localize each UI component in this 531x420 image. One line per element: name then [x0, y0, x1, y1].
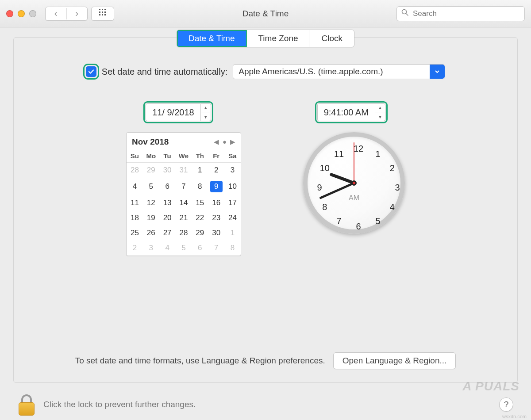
calendar-day[interactable]: 12	[143, 195, 159, 210]
calendar-day[interactable]: 3	[143, 241, 159, 256]
calendar-day[interactable]: 23	[208, 210, 224, 225]
calendar[interactable]: Nov 2018 ◀ ● ▶ SuMoTuWeThFrSa 2829303112…	[126, 132, 241, 256]
minimize-window-icon[interactable]	[18, 10, 25, 17]
lock-hint: Click the lock to prevent further change…	[43, 400, 196, 409]
calendar-day[interactable]: 25	[127, 225, 143, 241]
grid-icon	[99, 8, 107, 19]
calendar-day[interactable]: 31	[176, 163, 192, 178]
nav-back-forward[interactable]: ‹ ›	[45, 7, 88, 21]
stepper-down-icon[interactable]: ▼	[201, 112, 211, 121]
calendar-day[interactable]: 8	[224, 241, 241, 256]
svg-rect-5	[104, 11, 106, 13]
search-icon	[401, 9, 408, 18]
calendar-day[interactable]: 21	[176, 210, 192, 225]
clock-number: 3	[392, 183, 403, 193]
calendar-day[interactable]: 28	[127, 163, 143, 178]
clock-number: 7	[334, 216, 344, 226]
preferences-panel: Date & Time Time Zone Clock Set date and…	[13, 37, 518, 383]
date-field[interactable]: 11/ 9/2018 ▲ ▼	[146, 103, 211, 121]
chevron-down-icon[interactable]	[430, 65, 445, 79]
calendar-dow: Fr	[208, 149, 224, 163]
calendar-day[interactable]: 2	[127, 241, 143, 256]
calendar-day[interactable]: 13	[159, 195, 176, 210]
stepper-up-icon[interactable]: ▲	[201, 103, 211, 112]
tab-clock[interactable]: Clock	[310, 30, 354, 47]
stepper-down-icon[interactable]: ▼	[375, 112, 385, 121]
time-field[interactable]: 9:41:00 AM ▲ ▼	[317, 103, 385, 121]
time-server-value: Apple Americas/U.S. (time.apple.com.)	[239, 67, 383, 76]
calendar-day[interactable]: 18	[127, 210, 143, 225]
formats-hint: To set date and time formats, use Langua…	[75, 356, 325, 366]
tab-date-time[interactable]: Date & Time	[177, 30, 247, 47]
calendar-day[interactable]: 28	[176, 225, 192, 241]
calendar-day[interactable]: 10	[224, 178, 241, 195]
help-button[interactable]: ?	[499, 397, 513, 412]
calendar-dow: Mo	[143, 149, 159, 163]
calendar-grid: SuMoTuWeThFrSa 2829303112345678910111213…	[127, 149, 241, 256]
search-field[interactable]	[396, 6, 525, 21]
calendar-day[interactable]: 26	[143, 225, 159, 241]
date-stepper[interactable]: ▲ ▼	[200, 103, 211, 121]
calendar-day[interactable]: 7	[176, 178, 192, 195]
search-input[interactable]	[412, 9, 520, 19]
time-server-combo[interactable]: Apple Americas/U.S. (time.apple.com.)	[233, 64, 445, 79]
calendar-day[interactable]: 5	[143, 178, 159, 195]
calendar-day[interactable]: 11	[127, 195, 143, 210]
clock-number: 6	[353, 221, 364, 232]
calendar-prev-icon[interactable]: ◀	[214, 138, 219, 146]
clock-number: 12	[353, 144, 364, 154]
calendar-day[interactable]: 17	[224, 195, 241, 210]
calendar-day[interactable]: 19	[143, 210, 159, 225]
calendar-day[interactable]: 30	[159, 163, 176, 178]
calendar-day[interactable]: 4	[159, 241, 176, 256]
svg-rect-8	[104, 14, 106, 15]
window-controls	[6, 10, 36, 17]
calendar-day[interactable]: 7	[208, 241, 224, 256]
svg-rect-1	[102, 9, 103, 10]
calendar-day[interactable]: 29	[192, 225, 208, 241]
calendar-day[interactable]: 3	[224, 163, 241, 178]
calendar-day[interactable]: 14	[176, 195, 192, 210]
calendar-next-icon[interactable]: ▶	[230, 138, 235, 146]
svg-rect-2	[104, 9, 106, 10]
calendar-day[interactable]: 5	[176, 241, 192, 256]
clock-center-pin	[351, 180, 357, 186]
auto-set-checkbox[interactable]	[86, 66, 96, 77]
clock-number: 1	[373, 149, 383, 159]
clock-number: 11	[334, 149, 344, 159]
source-watermark: wsxdn.com	[502, 414, 527, 419]
tab-time-zone[interactable]: Time Zone	[246, 30, 310, 47]
calendar-day[interactable]: 30	[208, 225, 224, 241]
svg-rect-0	[99, 9, 100, 10]
calendar-day[interactable]: 1	[224, 225, 241, 241]
open-language-region-button[interactable]: Open Language & Region...	[333, 352, 456, 369]
calendar-dow: Tu	[159, 149, 176, 163]
time-stepper[interactable]: ▲ ▼	[375, 103, 385, 121]
calendar-dow: Su	[127, 149, 143, 163]
calendar-day[interactable]: 8	[192, 178, 208, 195]
auto-set-label: Set date and time automatically:	[102, 67, 228, 77]
stepper-up-icon[interactable]: ▲	[375, 103, 385, 112]
calendar-day[interactable]: 27	[159, 225, 176, 241]
calendar-day[interactable]: 24	[224, 210, 241, 225]
calendar-day[interactable]: 29	[143, 163, 159, 178]
lock-icon[interactable]	[18, 393, 35, 416]
calendar-dow: We	[176, 149, 192, 163]
forward-icon[interactable]: ›	[67, 8, 88, 19]
back-icon[interactable]: ‹	[46, 8, 67, 19]
calendar-day[interactable]: 6	[159, 178, 176, 195]
calendar-day[interactable]: 6	[192, 241, 208, 256]
calendar-today-icon[interactable]: ●	[223, 138, 227, 146]
calendar-day[interactable]: 20	[159, 210, 176, 225]
close-window-icon[interactable]	[6, 10, 13, 17]
calendar-day[interactable]: 2	[208, 163, 224, 178]
date-value: 11/ 9/2018	[146, 107, 200, 118]
calendar-day[interactable]: 15	[192, 195, 208, 210]
calendar-day[interactable]: 4	[127, 178, 143, 195]
calendar-day[interactable]: 1	[192, 163, 208, 178]
calendar-day[interactable]: 22	[192, 210, 208, 225]
show-all-button[interactable]	[91, 7, 114, 21]
calendar-day[interactable]: 9	[208, 178, 224, 195]
calendar-day[interactable]: 16	[208, 195, 224, 210]
calendar-dow: Sa	[224, 149, 241, 163]
